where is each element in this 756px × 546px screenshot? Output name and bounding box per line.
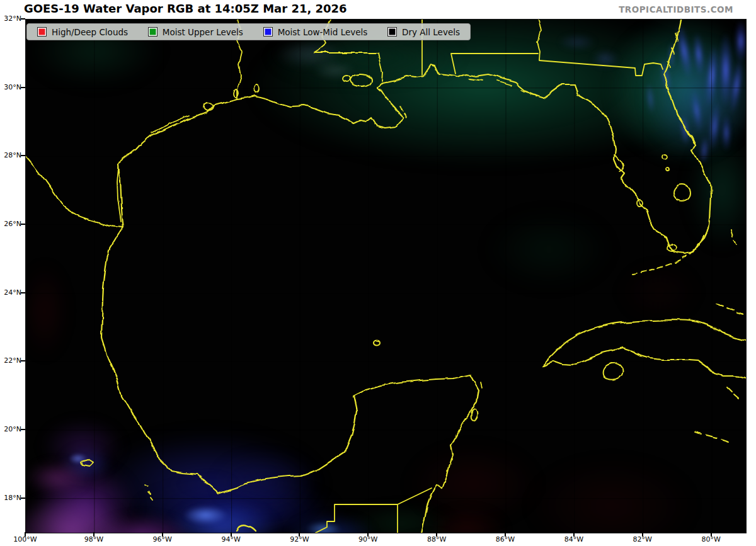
lat-axis-tick bbox=[21, 498, 25, 499]
lon-axis-tick bbox=[367, 532, 369, 537]
legend-label: Moist Upper Levels bbox=[163, 27, 243, 37]
coastline-overlay bbox=[26, 20, 746, 533]
satellite-map: High/Deep Clouds Moist Upper Levels Mois… bbox=[25, 19, 747, 533]
lat-axis-tick bbox=[21, 224, 25, 225]
page-title: GOES-19 Water Vapor RGB at 14:05Z Mar 21… bbox=[24, 2, 347, 15]
legend-swatch-moist-low-mid-levels bbox=[263, 27, 273, 37]
lat-axis-tick bbox=[21, 360, 25, 361]
legend-item: Moist Upper Levels bbox=[148, 27, 243, 37]
political-borders bbox=[316, 20, 663, 533]
watermark: TROPICALTIDBITS.COM bbox=[619, 4, 733, 14]
legend-swatch-dry-all-levels bbox=[387, 27, 397, 37]
coastlines bbox=[26, 20, 746, 533]
lon-axis-tick bbox=[25, 532, 26, 537]
legend-item: Dry All Levels bbox=[387, 27, 460, 37]
lat-axis-tick bbox=[21, 87, 25, 88]
legend-label: High/Deep Clouds bbox=[52, 27, 128, 37]
lat-axis-tick bbox=[21, 155, 25, 156]
lon-axis-tick bbox=[642, 532, 643, 537]
lon-axis-tick bbox=[231, 532, 232, 537]
lat-axis-tick bbox=[21, 18, 25, 20]
lat-axis-tick bbox=[21, 292, 25, 293]
lon-axis-tick bbox=[505, 532, 506, 537]
lat-axis-tick bbox=[21, 429, 25, 430]
lat-axis-label: 28°N bbox=[0, 151, 21, 159]
lat-axis-label: 30°N bbox=[0, 83, 21, 91]
legend-item: High/Deep Clouds bbox=[37, 27, 128, 37]
legend-swatch-high-deep-clouds bbox=[37, 27, 47, 37]
lon-axis-tick bbox=[436, 532, 437, 537]
legend-item: Moist Low-Mid Levels bbox=[263, 27, 368, 37]
lon-axis-tick bbox=[162, 532, 163, 537]
lat-axis-label: 22°N bbox=[0, 356, 21, 365]
lon-axis-tick bbox=[711, 532, 712, 537]
legend-label: Dry All Levels bbox=[402, 27, 460, 37]
lon-axis-tick bbox=[573, 532, 575, 537]
lon-axis-tick bbox=[299, 532, 300, 537]
lon-axis-tick bbox=[93, 532, 94, 537]
legend-label: Moist Low-Mid Levels bbox=[278, 27, 368, 37]
legend: High/Deep Clouds Moist Upper Levels Mois… bbox=[26, 23, 471, 40]
lat-axis-label: 26°N bbox=[0, 220, 21, 228]
page: GOES-19 Water Vapor RGB at 14:05Z Mar 21… bbox=[0, 0, 756, 546]
lat-axis-label: 32°N bbox=[0, 14, 21, 23]
legend-swatch-moist-upper-levels bbox=[148, 27, 158, 37]
lat-axis-label: 18°N bbox=[0, 494, 21, 502]
lat-axis-label: 24°N bbox=[0, 288, 21, 297]
lat-axis-label: 20°N bbox=[0, 425, 21, 433]
